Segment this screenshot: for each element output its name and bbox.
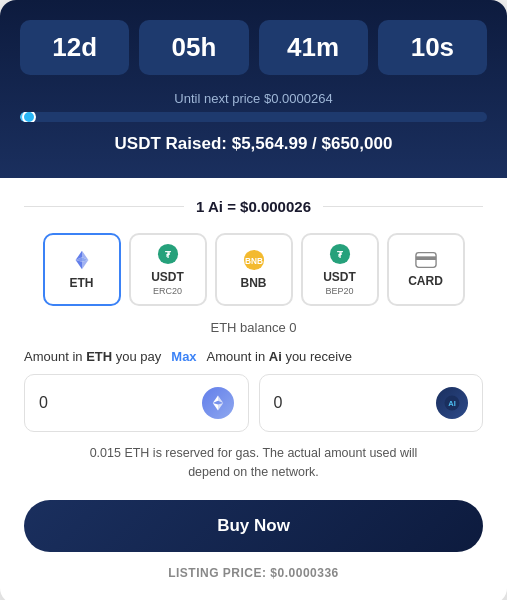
payment-options: ETH ₮ USDT ERC20 BNB [24,233,483,306]
receive-label: Amount in Ai you receive [207,349,352,364]
card-icon [415,251,437,272]
pay-amount-input[interactable] [39,394,156,412]
progress-section: Until next price $0.0000264 [20,91,487,122]
receive-input-box: AI [259,374,484,432]
eth-icon [71,249,93,274]
payment-btn-card[interactable]: CARD [387,233,465,306]
price-line-right [323,206,483,207]
pay-label: Amount in ETH you pay [24,349,161,364]
svg-marker-16 [218,403,223,411]
progress-label: Until next price $0.0000264 [20,91,487,106]
usdt-bep20-btn-sub: BEP20 [325,286,353,296]
raised-text: USDT Raised: $5,564.99 / $650,000 [20,134,487,154]
payment-btn-usdt-bep20[interactable]: ₮ USDT BEP20 [301,233,379,306]
payment-btn-eth[interactable]: ETH [43,233,121,306]
usdt-erc20-icon: ₮ [157,243,179,268]
price-line-left [24,206,184,207]
svg-marker-15 [212,396,217,404]
main-card: 12d 05h 41m 10s Until next price $0.0000… [0,0,507,600]
timer-minutes: 41m [259,20,368,75]
pay-currency: ETH [86,349,112,364]
timer-hours: 05h [139,20,248,75]
usdt-erc20-btn-label: USDT [151,270,184,284]
timer-days: 12d [20,20,129,75]
svg-text:₮: ₮ [165,250,172,260]
price-row: 1 Ai = $0.000026 [24,198,483,215]
max-button[interactable]: Max [171,349,196,364]
svg-marker-14 [218,396,223,404]
progress-dot [22,112,36,122]
bnb-icon: BNB [243,249,265,274]
receive-amount-input[interactable] [274,394,391,412]
payment-btn-bnb[interactable]: BNB BNB [215,233,293,306]
amount-labels-row: Amount in ETH you pay Max Amount in Ai y… [24,349,483,364]
bnb-btn-label: BNB [241,276,267,290]
svg-text:BNB: BNB [245,257,263,266]
eth-btn-label: ETH [70,276,94,290]
receive-currency: Ai [269,349,282,364]
usdt-bep20-icon: ₮ [329,243,351,268]
svg-rect-13 [415,256,435,260]
bottom-section: 1 Ai = $0.000026 ETH [0,178,507,600]
usdt-erc20-btn-sub: ERC20 [153,286,182,296]
card-btn-label: CARD [408,274,443,288]
svg-marker-17 [212,403,217,411]
input-row: AI [24,374,483,432]
progress-bar-background [20,112,487,122]
svg-text:₮: ₮ [337,250,344,260]
svg-text:AI: AI [448,399,456,408]
timer-row: 12d 05h 41m 10s [20,20,487,75]
ai-coin-icon: AI [436,387,468,419]
eth-coin-icon [202,387,234,419]
timer-seconds: 10s [378,20,487,75]
gas-note: 0.015 ETH is reserved for gas. The actua… [24,444,483,482]
listing-price: LISTING PRICE: $0.0000336 [24,566,483,580]
buy-now-button[interactable]: Buy Now [24,500,483,552]
top-section: 12d 05h 41m 10s Until next price $0.0000… [0,0,507,178]
pay-input-box [24,374,249,432]
price-rate: 1 Ai = $0.000026 [196,198,311,215]
payment-btn-usdt-erc20[interactable]: ₮ USDT ERC20 [129,233,207,306]
usdt-bep20-btn-label: USDT [323,270,356,284]
balance-display: ETH balance 0 [24,320,483,335]
